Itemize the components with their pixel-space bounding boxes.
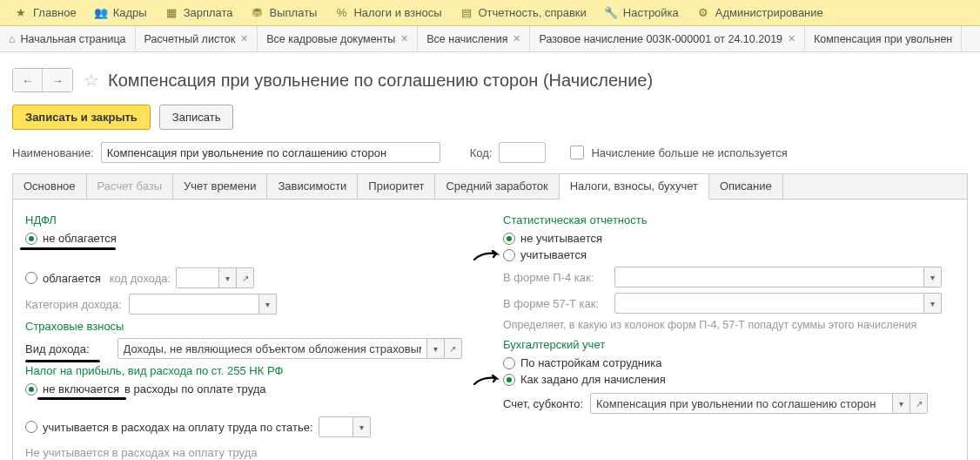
menu-otchet[interactable]: ▤Отчетность, справки xyxy=(451,0,595,25)
tab-nalogi[interactable]: Налоги, взносы, бухучет xyxy=(560,174,709,200)
account-combo: ▾ ↗ xyxy=(590,393,928,414)
detail-tabs: Основное Расчет базы Учет времени Зависи… xyxy=(12,173,968,200)
ndfl-opt-taxed[interactable]: облагается код дохода: ▾ ↗ xyxy=(25,267,477,288)
gear-icon: ⚙ xyxy=(696,6,710,20)
back-button[interactable]: ← xyxy=(13,69,43,91)
dropdown-icon[interactable]: ▾ xyxy=(427,338,445,359)
tab-item[interactable]: Компенсация при увольнен xyxy=(805,26,962,51)
menu-nalogi[interactable]: %Налоги и взносы xyxy=(326,0,450,25)
account-input[interactable] xyxy=(590,393,893,414)
code-label: Код: xyxy=(470,146,493,159)
income-cat-combo: ▾ xyxy=(129,294,277,315)
p4-input[interactable] xyxy=(614,267,924,288)
profit-title: Налог на прибыль, вид расхода по ст. 255… xyxy=(25,364,477,377)
insurance-title: Страховые взносы xyxy=(25,320,477,333)
stat-opt-not-counted[interactable]: не учитывается xyxy=(503,232,955,245)
close-icon[interactable]: ✕ xyxy=(788,33,795,44)
menu-label: Налоги и взносы xyxy=(353,6,441,19)
p4-combo: ▾ xyxy=(614,267,942,288)
menu-admin[interactable]: ⚙Администрирование xyxy=(688,0,832,25)
menu-vyplaty[interactable]: ⛃Выплаты xyxy=(242,0,326,25)
menu-main[interactable]: ★Главное xyxy=(5,0,85,25)
percent-icon: % xyxy=(334,6,348,20)
menu-label: Отчетность, справки xyxy=(479,6,587,19)
tab-home[interactable]: ⌂Начальная страница xyxy=(0,26,136,51)
profit-opt-included[interactable]: учитывается в расходах на оплату труда п… xyxy=(25,416,477,437)
income-code-label: код дохода: xyxy=(110,272,171,285)
stat-opt-counted[interactable]: учитывается xyxy=(503,248,955,261)
forward-button[interactable]: → xyxy=(43,69,72,91)
annotation-underline xyxy=(37,397,126,400)
menu-zarplata[interactable]: ▦Зарплата xyxy=(156,0,242,25)
favorite-icon[interactable]: ☆ xyxy=(84,70,99,91)
p4-label: В форме П-4 как: xyxy=(503,271,607,284)
p57-label: В форме 57-Т как: xyxy=(503,297,607,310)
tab-zavisimosti[interactable]: Зависимости xyxy=(267,174,358,199)
tab-opisanie[interactable]: Описание xyxy=(709,174,783,199)
toolbar: Записать и закрыть Записать xyxy=(0,105,980,142)
income-code-input[interactable] xyxy=(176,267,219,288)
menu-nastroika[interactable]: 🔧Настройка xyxy=(595,0,688,25)
close-icon[interactable]: ✕ xyxy=(400,33,408,44)
open-icon[interactable]: ↗ xyxy=(445,338,462,359)
tab-osnovnoe[interactable]: Основное xyxy=(13,174,87,199)
radio-label: Как задано для начисления xyxy=(520,373,666,386)
menu-kadry[interactable]: 👥Кадры xyxy=(85,0,156,25)
ndfl-opt-not-taxed[interactable]: не облагается xyxy=(25,232,477,245)
name-input[interactable] xyxy=(101,142,440,163)
acc-opt-defined[interactable]: Как задано для начисления xyxy=(503,373,955,386)
open-icon[interactable]: ↗ xyxy=(237,267,254,288)
menu-label: Настройка xyxy=(623,6,679,19)
money-icon: ⛃ xyxy=(251,6,265,20)
close-icon[interactable]: ✕ xyxy=(240,33,248,44)
p57-input[interactable] xyxy=(614,293,924,314)
stat-desc: Определяет, в какую из колонок форм П-4,… xyxy=(503,319,955,331)
open-icon[interactable]: ↗ xyxy=(910,393,928,414)
radio-icon xyxy=(503,357,515,369)
window-tabs: ⌂Начальная страница Расчетный листок✕ Вс… xyxy=(0,26,980,52)
income-code-combo: ▾ ↗ xyxy=(176,267,254,288)
tab-item[interactable]: Все кадровые документы✕ xyxy=(258,26,418,51)
dropdown-icon[interactable]: ▾ xyxy=(259,294,277,315)
dropdown-icon[interactable]: ▾ xyxy=(924,293,942,314)
tab-item[interactable]: Расчетный листок✕ xyxy=(136,26,258,51)
dropdown-icon[interactable]: ▾ xyxy=(219,267,237,288)
detail-pane: НДФЛ не облагается облагается код дохода… xyxy=(12,200,968,460)
name-label: Наименование: xyxy=(12,146,94,159)
close-icon[interactable]: ✕ xyxy=(513,33,520,44)
menu-label: Администрирование xyxy=(715,6,823,19)
radio-label: По настройкам сотрудника xyxy=(520,356,661,369)
tab-prioritet[interactable]: Приоритет xyxy=(358,174,435,199)
radio-icon xyxy=(503,233,515,245)
code-input[interactable] xyxy=(499,142,546,163)
tab-item[interactable]: Разовое начисление 00ЗК-000001 от 24.10.… xyxy=(530,26,805,51)
income-cat-input[interactable] xyxy=(129,294,259,315)
wrench-icon: 🔧 xyxy=(604,6,618,20)
profit-article-input[interactable] xyxy=(319,416,353,437)
radio-label: облагается xyxy=(43,272,101,285)
annotation-underline xyxy=(25,360,100,362)
tab-raschet-bazy[interactable]: Расчет базы xyxy=(87,174,174,199)
income-type-label: Вид дохода: xyxy=(25,342,90,355)
save-close-button[interactable]: Записать и закрыть xyxy=(12,105,151,130)
tab-uchet-vremeni[interactable]: Учет времени xyxy=(173,174,267,199)
radio-label: не учитывается xyxy=(520,232,602,245)
tab-item[interactable]: Все начисления✕ xyxy=(418,26,530,51)
dropdown-icon[interactable]: ▾ xyxy=(924,267,942,288)
radio-label: учитывается xyxy=(520,248,587,261)
acc-opt-employee[interactable]: По настройкам сотрудника xyxy=(503,356,955,369)
income-type-input[interactable] xyxy=(117,338,427,359)
not-used-checkbox[interactable] xyxy=(570,145,584,159)
dropdown-icon[interactable]: ▾ xyxy=(893,393,910,414)
radio-label: не включается xyxy=(43,382,119,396)
save-button[interactable]: Записать xyxy=(159,105,234,130)
dropdown-icon[interactable]: ▾ xyxy=(353,416,371,437)
profit-article-combo: ▾ xyxy=(319,416,371,437)
tab-sredniy[interactable]: Средний заработок xyxy=(435,174,559,199)
calendar-icon: ▦ xyxy=(164,6,178,20)
income-cat-label: Категория дохода: xyxy=(25,298,122,311)
tab-label: Все кадровые документы xyxy=(266,33,395,45)
tab-label: Начальная страница xyxy=(21,33,126,45)
profit-opt-not-included[interactable]: не включается в расходы по оплате труда xyxy=(25,382,477,396)
menu-label: Зарплата xyxy=(184,6,233,19)
